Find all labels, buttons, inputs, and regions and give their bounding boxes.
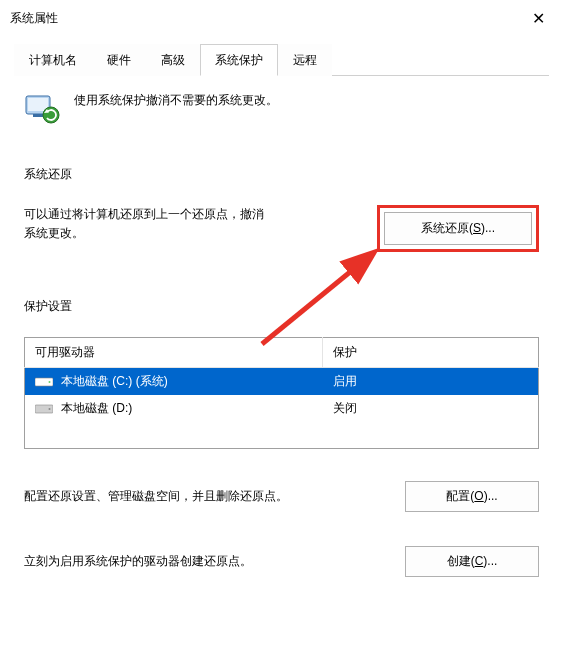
btn-label-prefix: 配置( [446,489,474,503]
drive-protect-status: 关闭 [323,395,539,422]
titlebar: 系统属性 ✕ [0,0,563,34]
window-title: 系统属性 [10,10,58,27]
create-description: 立刻为启用系统保护的驱动器创建还原点。 [24,553,252,570]
tab-strip: 计算机名 硬件 高级 系统保护 远程 [14,44,549,76]
col-header-protect[interactable]: 保护 [323,338,539,368]
drive-icon [35,376,53,388]
drive-icon [35,403,53,415]
restore-description: 可以通过将计算机还原到上一个还原点，撤消系统更改。 [24,205,274,243]
drive-name: 本地磁盘 (D:) [61,400,132,417]
drive-name: 本地磁盘 (C:) (系统) [61,373,168,390]
svg-rect-2 [33,114,43,117]
close-icon[interactable]: ✕ [526,9,551,28]
tab-system-protection[interactable]: 系统保护 [200,44,278,76]
btn-label-suffix: )... [481,221,495,235]
btn-label-key: O [474,489,483,503]
btn-label-prefix: 系统还原( [421,221,473,235]
system-protection-panel: 使用系统保护撤消不需要的系统更改。 系统还原 可以通过将计算机还原到上一个还原点… [14,76,549,577]
tab-computer-name[interactable]: 计算机名 [14,44,92,76]
section-title-restore: 系统还原 [24,166,539,183]
section-title-protect: 保护设置 [24,298,539,315]
btn-label-suffix: )... [483,554,497,568]
config-description: 配置还原设置、管理磁盘空间，并且删除还原点。 [24,488,288,505]
btn-label-key: S [473,221,481,235]
svg-point-10 [49,408,51,410]
tab-advanced[interactable]: 高级 [146,44,200,76]
tab-hardware[interactable]: 硬件 [92,44,146,76]
table-row[interactable]: 本地磁盘 (C:) (系统) 启用 [25,368,539,396]
tab-remote[interactable]: 远程 [278,44,332,76]
table-spacer [25,422,539,448]
intro-text: 使用系统保护撤消不需要的系统更改。 [74,90,278,109]
btn-label-prefix: 创建( [447,554,475,568]
drive-protect-status: 启用 [323,368,539,396]
col-header-drive[interactable]: 可用驱动器 [25,338,323,368]
system-restore-button[interactable]: 系统还原(S)... [384,212,532,245]
create-button[interactable]: 创建(C)... [405,546,539,577]
table-row[interactable]: 本地磁盘 (D:) 关闭 [25,395,539,422]
svg-point-8 [49,381,51,383]
configure-button[interactable]: 配置(O)... [405,481,539,512]
system-protection-icon [24,90,60,126]
highlight-box: 系统还原(S)... [377,205,539,252]
btn-label-suffix: )... [484,489,498,503]
table-header-row: 可用驱动器 保护 [25,338,539,368]
drive-table: 可用驱动器 保护 本地磁盘 (C:) (系统) [24,337,539,449]
